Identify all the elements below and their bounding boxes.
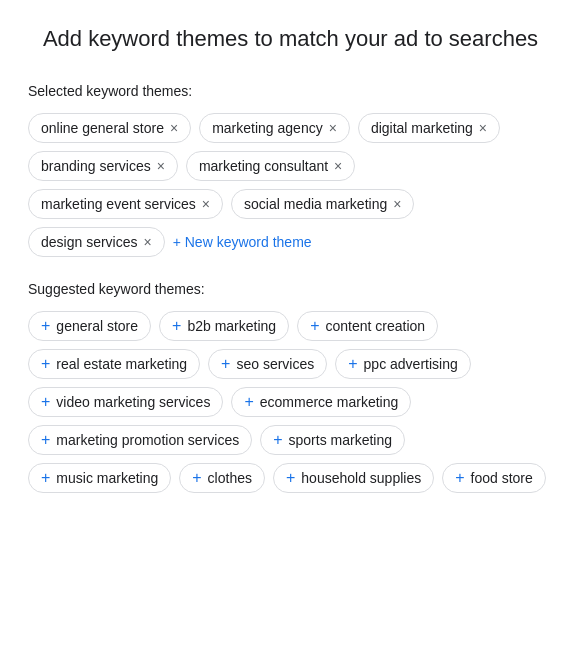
plus-icon-clothes: + — [192, 470, 201, 486]
selected-chips-container: online general store×marketing agency×di… — [28, 113, 553, 257]
plus-icon-ecommerce-marketing: + — [244, 394, 253, 410]
plus-icon-seo-services: + — [221, 356, 230, 372]
suggested-chip-music-marketing[interactable]: +music marketing — [28, 463, 171, 493]
suggested-chip-label-household-supplies: household supplies — [301, 470, 421, 486]
close-icon-marketing-event-services[interactable]: × — [202, 197, 210, 211]
new-keyword-link[interactable]: + New keyword theme — [173, 234, 312, 250]
close-icon-online-general-store[interactable]: × — [170, 121, 178, 135]
selected-chip-digital-marketing: digital marketing× — [358, 113, 500, 143]
plus-icon-household-supplies: + — [286, 470, 295, 486]
plus-icon-music-marketing: + — [41, 470, 50, 486]
selected-chip-branding-services: branding services× — [28, 151, 178, 181]
plus-icon-marketing-promotion-services: + — [41, 432, 50, 448]
selected-chip-label-branding-services: branding services — [41, 158, 151, 174]
close-icon-design-services[interactable]: × — [144, 235, 152, 249]
suggested-chip-household-supplies[interactable]: +household supplies — [273, 463, 434, 493]
suggested-chip-ecommerce-marketing[interactable]: +ecommerce marketing — [231, 387, 411, 417]
suggested-chip-sports-marketing[interactable]: +sports marketing — [260, 425, 405, 455]
suggested-section-label: Suggested keyword themes: — [28, 281, 553, 297]
selected-chip-online-general-store: online general store× — [28, 113, 191, 143]
selected-chip-label-marketing-agency: marketing agency — [212, 120, 323, 136]
selected-chip-label-marketing-event-services: marketing event services — [41, 196, 196, 212]
suggested-chip-label-music-marketing: music marketing — [56, 470, 158, 486]
suggested-chips-container: +general store+b2b marketing+content cre… — [28, 311, 553, 493]
selected-chip-design-services: design services× — [28, 227, 165, 257]
plus-icon-general-store: + — [41, 318, 50, 334]
plus-icon-content-creation: + — [310, 318, 319, 334]
suggested-chip-b2b-marketing[interactable]: +b2b marketing — [159, 311, 289, 341]
suggested-chip-label-seo-services: seo services — [236, 356, 314, 372]
suggested-chip-marketing-promotion-services[interactable]: +marketing promotion services — [28, 425, 252, 455]
suggested-chip-label-clothes: clothes — [208, 470, 252, 486]
suggested-chip-label-content-creation: content creation — [325, 318, 425, 334]
close-icon-marketing-agency[interactable]: × — [329, 121, 337, 135]
suggested-chip-general-store[interactable]: +general store — [28, 311, 151, 341]
plus-icon-video-marketing-services: + — [41, 394, 50, 410]
selected-chip-social-media-marketing: social media marketing× — [231, 189, 414, 219]
suggested-chip-label-marketing-promotion-services: marketing promotion services — [56, 432, 239, 448]
suggested-chip-clothes[interactable]: +clothes — [179, 463, 265, 493]
suggested-chip-label-ppc-advertising: ppc advertising — [364, 356, 458, 372]
selected-section-label: Selected keyword themes: — [28, 83, 553, 99]
suggested-chip-ppc-advertising[interactable]: +ppc advertising — [335, 349, 471, 379]
close-icon-social-media-marketing[interactable]: × — [393, 197, 401, 211]
selected-chip-label-marketing-consultant: marketing consultant — [199, 158, 328, 174]
selected-chip-marketing-consultant: marketing consultant× — [186, 151, 355, 181]
plus-icon-ppc-advertising: + — [348, 356, 357, 372]
suggested-chip-label-general-store: general store — [56, 318, 138, 334]
plus-icon-b2b-marketing: + — [172, 318, 181, 334]
suggested-keywords-section: Suggested keyword themes: +general store… — [28, 281, 553, 493]
selected-chip-label-online-general-store: online general store — [41, 120, 164, 136]
suggested-chip-label-video-marketing-services: video marketing services — [56, 394, 210, 410]
selected-chip-label-design-services: design services — [41, 234, 138, 250]
suggested-chip-label-b2b-marketing: b2b marketing — [187, 318, 276, 334]
suggested-chip-food-store[interactable]: +food store — [442, 463, 546, 493]
close-icon-branding-services[interactable]: × — [157, 159, 165, 173]
selected-chip-marketing-event-services: marketing event services× — [28, 189, 223, 219]
close-icon-digital-marketing[interactable]: × — [479, 121, 487, 135]
page-title: Add keyword themes to match your ad to s… — [28, 24, 553, 55]
selected-keywords-section: Selected keyword themes: online general … — [28, 83, 553, 257]
close-icon-marketing-consultant[interactable]: × — [334, 159, 342, 173]
suggested-chip-video-marketing-services[interactable]: +video marketing services — [28, 387, 223, 417]
selected-chip-marketing-agency: marketing agency× — [199, 113, 350, 143]
suggested-chip-label-ecommerce-marketing: ecommerce marketing — [260, 394, 399, 410]
suggested-chip-label-sports-marketing: sports marketing — [289, 432, 392, 448]
suggested-chip-label-food-store: food store — [471, 470, 533, 486]
plus-icon-food-store: + — [455, 470, 464, 486]
suggested-chip-seo-services[interactable]: +seo services — [208, 349, 327, 379]
suggested-chip-real-estate-marketing[interactable]: +real estate marketing — [28, 349, 200, 379]
selected-chip-label-social-media-marketing: social media marketing — [244, 196, 387, 212]
suggested-chip-content-creation[interactable]: +content creation — [297, 311, 438, 341]
selected-chip-label-digital-marketing: digital marketing — [371, 120, 473, 136]
suggested-chip-label-real-estate-marketing: real estate marketing — [56, 356, 187, 372]
plus-icon-real-estate-marketing: + — [41, 356, 50, 372]
plus-icon-sports-marketing: + — [273, 432, 282, 448]
